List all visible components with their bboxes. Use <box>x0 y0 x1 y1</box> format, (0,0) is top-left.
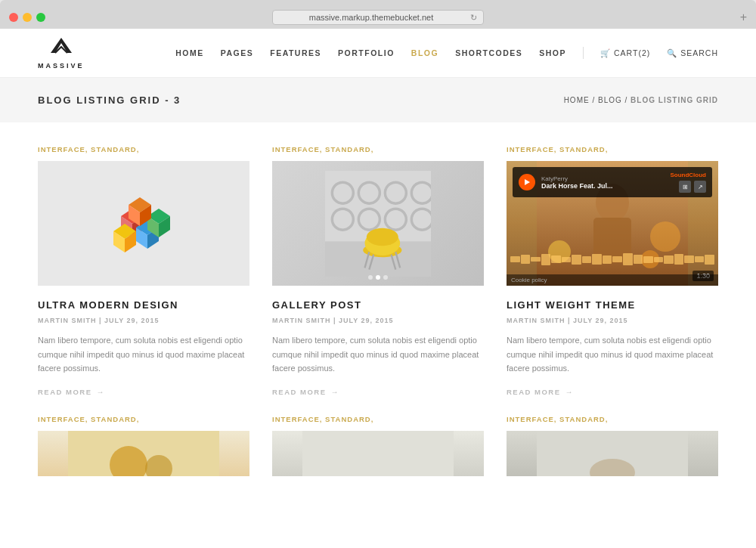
wave-bar <box>643 256 653 263</box>
svg-rect-41 <box>302 431 454 476</box>
wave-bar <box>531 257 541 262</box>
card-3-meta: MARTIN SMITH | JULY 29, 2015 <box>507 317 718 324</box>
card-4-image[interactable] <box>38 431 249 476</box>
wave-bar <box>634 255 643 264</box>
card-1-excerpt: Nam libero tempore, cum soluta nobis est… <box>38 333 249 376</box>
address-bar[interactable]: massive.markup.themebucket.net ↻ <box>272 10 484 25</box>
dot-red[interactable] <box>9 13 18 22</box>
slider-dot-1[interactable] <box>368 275 373 280</box>
play-button[interactable] <box>519 174 535 190</box>
page-title: BLOG LISTING GRID - 3 <box>38 94 181 106</box>
wave-bar <box>592 254 602 265</box>
read-more-2-label: READ MORE <box>272 388 327 396</box>
blog-card-5: INTERFACE, STANDARD, <box>272 415 484 476</box>
logo-text: MASSIVE <box>38 62 85 70</box>
address-text: massive.markup.themebucket.net <box>309 13 433 22</box>
nav-links: HOME PAGES FEATURES PORTFOLIO BLOG SHORT… <box>175 47 718 59</box>
arrow-right-icon-1: → <box>97 388 106 396</box>
wave-bar <box>562 257 572 262</box>
breadcrumb-blog[interactable]: BLOG <box>598 96 622 104</box>
card-2-title[interactable]: GALLERY POST <box>272 299 484 311</box>
slider-dots <box>368 275 388 280</box>
cookie-notice: Cookie policy <box>507 274 718 286</box>
sc-next-button[interactable]: ↗ <box>694 181 706 193</box>
nav-portfolio[interactable]: PORTFOLIO <box>338 48 395 57</box>
nav-shortcodes[interactable]: SHORTCODES <box>455 48 522 57</box>
wave-bar <box>695 256 705 262</box>
blog-card-3: INTERFACE, STANDARD, <box>507 145 718 396</box>
card-3-read-more[interactable]: READ MORE → <box>507 388 718 396</box>
main-nav: MASSIVE HOME PAGES FEATURES PORTFOLIO BL… <box>0 29 756 78</box>
card-5-image[interactable] <box>272 431 484 476</box>
breadcrumb-home[interactable]: HOME <box>564 96 590 104</box>
search-label: SEARCH <box>680 48 718 57</box>
card-1-title[interactable]: ULTRA MODERN DESIGN <box>38 299 249 311</box>
wave-bar <box>705 255 714 265</box>
soundcloud-actions: ⊞ ↗ <box>679 181 706 193</box>
wave-bar <box>551 255 561 263</box>
cart-label: CART(2) <box>614 48 650 57</box>
play-icon <box>525 179 530 185</box>
soundcloud-artist: KatyPerry <box>541 175 664 182</box>
website: MASSIVE HOME PAGES FEATURES PORTFOLIO BL… <box>0 29 756 548</box>
nav-search[interactable]: 🔍 SEARCH <box>667 48 718 58</box>
main-content: INTERFACE, STANDARD, <box>0 122 756 491</box>
breadcrumb-sep1: / <box>592 96 598 104</box>
wave-bar <box>684 255 694 263</box>
nav-shop[interactable]: SHOP <box>539 48 566 57</box>
browser-dots <box>9 13 45 22</box>
wave-bar <box>521 255 531 264</box>
card-2-tags: INTERFACE, STANDARD, <box>272 145 484 153</box>
nav-cart[interactable]: 🛒 CART(2) <box>600 48 650 58</box>
blog-grid-row2: INTERFACE, STANDARD, INTERFACE, STANDARD… <box>38 415 718 476</box>
svg-point-34 <box>650 221 680 252</box>
soundcloud-logo: SoundCloud <box>670 172 706 178</box>
dot-green[interactable] <box>36 13 45 22</box>
wave-bar <box>612 256 622 262</box>
sc-share-button[interactable]: ⊞ <box>679 181 691 193</box>
card-1-image[interactable] <box>38 161 249 286</box>
nav-blog[interactable]: BLOG <box>411 48 438 57</box>
card-6-image[interactable] <box>507 431 718 476</box>
wave-bar <box>623 253 633 265</box>
breadcrumb-current: BLOG LISTING GRID <box>631 96 718 104</box>
read-more-1-label: READ MORE <box>38 388 92 396</box>
nav-pages[interactable]: PAGES <box>221 48 253 57</box>
breadcrumb: HOME / BLOG / BLOG LISTING GRID <box>564 96 718 104</box>
wave-bar <box>541 254 551 265</box>
wave-bar <box>664 255 674 264</box>
slider-dot-3[interactable] <box>383 275 388 280</box>
card-3-image[interactable]: KatyPerry Dark Horse Feat. Jul... SoundC… <box>507 161 718 286</box>
soundcloud-info: KatyPerry Dark Horse Feat. Jul... <box>541 175 664 190</box>
slider-dot-2[interactable] <box>376 275 380 280</box>
card-3-title[interactable]: LIGHT WEIGHT THEME <box>507 299 718 311</box>
nav-features[interactable]: FEATURES <box>270 48 321 57</box>
card-4-tags: INTERFACE, STANDARD, <box>38 415 249 423</box>
card-6-tags: INTERFACE, STANDARD, <box>507 415 718 423</box>
wave-bar <box>582 256 592 263</box>
read-more-3-label: READ MORE <box>507 388 561 396</box>
svg-point-27 <box>367 228 398 245</box>
logo[interactable]: MASSIVE <box>38 36 85 70</box>
soundcloud-track: Dark Horse Feat. Jul... <box>541 182 664 190</box>
reload-icon[interactable]: ↻ <box>470 13 477 23</box>
nav-home[interactable]: HOME <box>175 48 204 57</box>
blog-card-1: INTERFACE, STANDARD, <box>38 145 249 396</box>
card-1-meta: MARTIN SMITH | JULY 29, 2015 <box>38 317 249 324</box>
breadcrumb-bar: BLOG LISTING GRID - 3 HOME / BLOG / BLOG… <box>0 78 756 122</box>
soundcloud-bg: KatyPerry Dark Horse Feat. Jul... SoundC… <box>507 161 718 286</box>
blog-card-2: INTERFACE, STANDARD, <box>272 145 484 396</box>
chair-visual <box>272 161 484 286</box>
new-tab-button[interactable]: + <box>740 11 747 24</box>
card-2-read-more[interactable]: READ MORE → <box>272 388 484 396</box>
card-2-image[interactable] <box>272 161 484 286</box>
wave-bar <box>603 255 612 264</box>
dot-yellow[interactable] <box>23 13 32 22</box>
logo-icon <box>48 36 75 60</box>
card-2-meta: MARTIN SMITH | JULY 29, 2015 <box>272 317 484 324</box>
blog-card-4: INTERFACE, STANDARD, <box>38 415 249 476</box>
card-3-excerpt: Nam libero tempore, cum soluta nobis est… <box>507 333 718 376</box>
soundcloud-waveform <box>507 252 718 267</box>
breadcrumb-sep2: / <box>625 96 631 104</box>
card-1-read-more[interactable]: READ MORE → <box>38 388 249 396</box>
